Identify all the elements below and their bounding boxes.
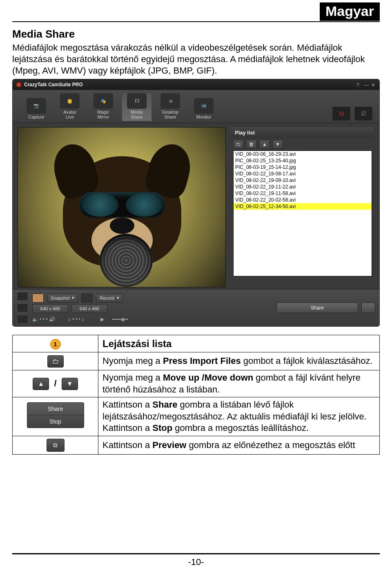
import-files-icon: 🗀 [47, 355, 64, 368]
resolution-select-2[interactable]: 640 x 480 [71, 304, 107, 313]
record-button[interactable]: Record▾ [96, 294, 122, 303]
tray-camera-icon[interactable]: ⎚ [354, 106, 373, 121]
playlist-item[interactable]: PIC_08-03-19_15-14-12.jpg [234, 164, 372, 170]
titlebar: CrazyTalk CamSuite PRO ? — ✕ [13, 79, 379, 90]
row5-text: Kattintson a Preview gombra az előnézeth… [98, 436, 380, 455]
row3-text: Nyomja meg a Move up /Move down gombot a… [98, 370, 380, 397]
record-thumb-icon [81, 294, 93, 303]
playlist-item[interactable]: VID_08-02-22_20-02-58.avi [234, 197, 372, 203]
snapshot-thumb-icon [32, 294, 44, 303]
text-tool-icon[interactable] [17, 303, 28, 312]
app-title: CrazyTalk CamSuite PRO [24, 82, 83, 87]
move-up-icon: ▲ [33, 378, 49, 390]
share-stop-icon: Share Stop [27, 402, 84, 428]
tray-mute-icon[interactable]: ⦸ [332, 106, 351, 121]
row1-label: Lejátszási lista [98, 335, 380, 352]
tab-media-share[interactable]: 🎞Media Share [122, 93, 151, 121]
playlist-title: Play list [231, 127, 374, 138]
preview-toggle-icon[interactable] [361, 303, 375, 313]
tab-avatar-live[interactable]: 👶Avatar Live [55, 93, 85, 121]
playlist-list[interactable]: VID_08-03-06_16-29-23.aviPIC_08-02-25_13… [233, 150, 372, 276]
move-up-button[interactable]: ▲ [259, 140, 270, 149]
delete-button[interactable]: 🗑 [246, 140, 257, 149]
playlist-item[interactable]: VID_08-02-22_19-08-17.avi [234, 170, 372, 177]
play-control-icon[interactable]: ▶ [100, 316, 104, 322]
playlist-item[interactable]: VID_08-02-22_19-11-58.avi [234, 190, 372, 197]
playlist-item[interactable]: PIC_08-02-25_13-25-40.jpg [234, 157, 372, 164]
footer-rule [12, 553, 380, 554]
playlist-item[interactable]: VID_08-02-22_19-09-10.avi [234, 177, 372, 184]
video-preview [18, 127, 226, 287]
snapshot-button[interactable]: Snapshot▾ [47, 294, 78, 303]
minimize-icon[interactable]: — [364, 82, 369, 87]
row4-text: Kattintson a Share gombra a listában lév… [98, 397, 380, 436]
playlist-item[interactable]: VID_08-02-25_12-34-50.avi [234, 203, 372, 210]
main-toolbar: 📷Capture 👶Avatar Live 🎭Magic Mirror 🎞Med… [13, 90, 379, 123]
row2-text: Nyomja meg a Press Import Files gombot a… [98, 352, 380, 370]
share-button[interactable]: Share [276, 303, 358, 313]
top-rule [12, 21, 380, 22]
badge-icon[interactable] [17, 292, 28, 301]
import-files-button[interactable]: 🗀 [233, 140, 244, 149]
page-number: -10- [0, 557, 392, 567]
close-icon[interactable]: ✕ [371, 82, 376, 87]
tab-monitor[interactable]: 📹Monitor [189, 98, 218, 121]
move-down-button[interactable]: ▼ [272, 140, 283, 149]
language-banner: Magyar [320, 2, 380, 21]
app-logo-icon [16, 82, 22, 87]
tab-magic-mirror[interactable]: 🎭Magic Mirror [89, 93, 118, 121]
move-down-icon: ▼ [62, 378, 78, 390]
resolution-select[interactable]: 640 x 480 [32, 304, 68, 313]
tab-capture[interactable]: 📷Capture [22, 98, 51, 121]
stamp-icon[interactable] [17, 315, 28, 324]
progress-bar[interactable]: ━━━◉━ [112, 316, 128, 322]
preview-icon: ⧉ [47, 439, 65, 452]
tab-desktop-share[interactable]: 🖥Desktop Share [156, 93, 185, 121]
music-dots-icon[interactable]: ♫ • • • ♪ [67, 316, 84, 322]
playlist-panel: Play list 🗀 🗑 ▲ ▼ VID_08-03-06_16-29-23.… [231, 127, 374, 287]
help-icon[interactable]: ? [356, 82, 361, 87]
playlist-item[interactable]: VID_08-02-22_19-11-22.avi [234, 184, 372, 190]
intro-paragraph: Médiafájlok megosztása várakozás nélkül … [12, 42, 380, 76]
bottom-bar: Snapshot▾ Record▾ 640 x 480 640 x 480 🔈 … [13, 289, 379, 326]
description-table: 1 Lejátszási lista 🗀 Nyomja meg a Press … [12, 335, 380, 455]
app-window: CrazyTalk CamSuite PRO ? — ✕ 📷Capture 👶A… [12, 79, 380, 326]
playlist-item[interactable]: VID_08-03-06_16-29-23.avi [234, 151, 372, 157]
step-badge-1: 1 [50, 339, 61, 350]
volume-dots-icon[interactable]: 🔈 • • • 🔊 [32, 316, 55, 322]
section-title: Media Share [12, 28, 380, 40]
